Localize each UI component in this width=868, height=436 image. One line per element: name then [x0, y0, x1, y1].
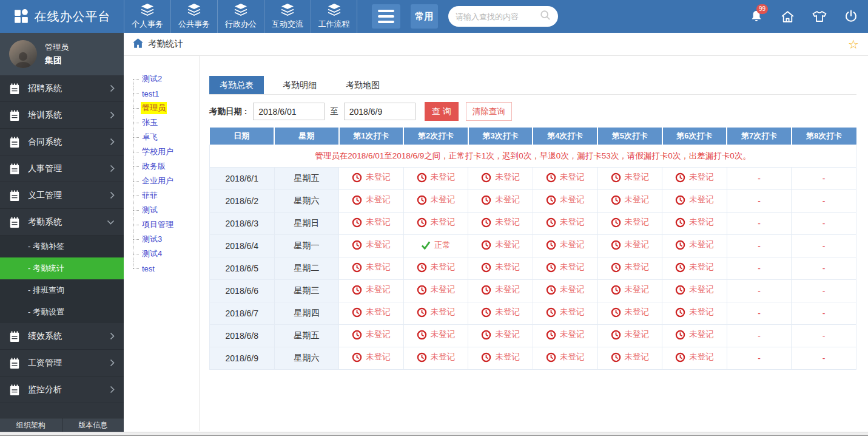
frequent-button[interactable]: 常用	[411, 4, 438, 29]
page-title: 考勤统计	[148, 38, 183, 50]
sidebar-subitem-3[interactable]: - 考勤设置	[0, 301, 124, 323]
punch-cell-dash: -	[792, 167, 856, 189]
chevron-right-icon	[110, 165, 115, 172]
nav-item-3[interactable]: 互动交流	[264, 0, 311, 33]
nav-item-2[interactable]: 行政办公	[217, 0, 264, 33]
punch-cell-absent: 未登记	[597, 234, 662, 257]
search-input[interactable]	[456, 12, 540, 21]
date-from-input[interactable]	[253, 103, 325, 120]
clock-icon	[611, 285, 621, 295]
sidebar-subitem-2[interactable]: - 排班查询	[0, 279, 124, 301]
clear-query-button[interactable]: 清除查询	[466, 102, 512, 121]
date-range-label: 考勤日期 :	[209, 106, 247, 117]
sidebar-item-2[interactable]: 合同系统	[0, 129, 124, 155]
attendance-table: 日期星期第1次打卡第2次打卡第3次打卡第4次打卡第5次打卡第6次打卡第7次打卡第…	[209, 128, 856, 370]
sidebar-item-6[interactable]: 绩效系统	[0, 323, 124, 350]
date-cell: 2018/6/4	[210, 234, 275, 257]
sidebar-subitem-0[interactable]: - 考勤补签	[0, 236, 124, 257]
favorite-star-icon[interactable]: ☆	[848, 38, 859, 50]
user-tree: 测试2test1管理员张玉卓飞学校用户政务版企业用户菲菲测试项目管理测试3测试4…	[131, 72, 200, 276]
sidebar-item-5[interactable]: 考勤系统	[0, 209, 124, 236]
app-title: 在线办公平台	[35, 9, 111, 25]
tree-item-10[interactable]: 项目管理	[131, 217, 200, 232]
sidebar-subitem-1[interactable]: - 考勤统计	[0, 257, 124, 279]
power-logout-icon[interactable]	[844, 9, 858, 24]
nav-item-4[interactable]: 工作流程	[311, 0, 357, 33]
nav-item-0[interactable]: 个人事务	[124, 0, 170, 33]
punch-cell-absent: 未登记	[597, 167, 662, 189]
table-header-cell: 第2次打卡	[403, 128, 468, 145]
version-info-button[interactable]: 版本信息	[62, 418, 124, 432]
search-icon[interactable]	[540, 10, 551, 23]
tree-item-13[interactable]: test	[131, 261, 200, 276]
clock-icon	[481, 217, 491, 228]
sidebar-item-8[interactable]: 监控分析	[0, 376, 124, 403]
sidebar-item-1[interactable]: 培训系统	[0, 102, 124, 129]
sidebar-item-4[interactable]: 义工管理	[0, 182, 124, 209]
tree-item-5[interactable]: 学校用户	[131, 145, 200, 159]
tree-item-0[interactable]: 测试2	[131, 72, 200, 86]
theme-tshirt-icon[interactable]	[812, 9, 827, 24]
tree-item-12[interactable]: 测试4	[131, 247, 200, 261]
tree-item-label: 卓飞	[141, 131, 159, 143]
sidebar-footer: 组织架构 版本信息	[0, 418, 124, 432]
clock-icon	[481, 285, 491, 295]
nav-item-1[interactable]: 公共事务	[170, 0, 217, 33]
punch-cell-absent: 未登记	[533, 212, 597, 234]
date-to-input[interactable]	[344, 103, 415, 120]
search-box	[448, 6, 558, 27]
date-cell: 2018/6/5	[210, 257, 275, 279]
tree-item-2[interactable]: 管理员	[131, 101, 200, 115]
attendance-panel: 考勤总表考勤明细考勤地图 考勤日期 : 至 查 询 清除查询 日期星期第1次打卡…	[200, 56, 868, 431]
table-header-cell: 第4次打卡	[533, 128, 597, 145]
sidebar-item-3[interactable]: 人事管理	[0, 155, 124, 182]
tree-item-7[interactable]: 企业用户	[131, 174, 200, 188]
tab-1[interactable]: 考勤明细	[272, 76, 327, 94]
menu-toggle-button[interactable]	[372, 4, 400, 29]
clock-icon	[417, 307, 427, 318]
clock-icon	[546, 195, 556, 205]
punch-cell-absent: 未登记	[597, 302, 662, 324]
sidebar-item-label: 合同系统	[28, 137, 102, 148]
notebook-icon	[9, 136, 20, 148]
tree-item-8[interactable]: 菲菲	[131, 188, 200, 203]
home-icon[interactable]	[780, 9, 795, 24]
punch-cell-absent: 未登记	[662, 279, 727, 302]
query-button[interactable]: 查 询	[425, 102, 459, 121]
tab-2[interactable]: 考勤地图	[335, 76, 390, 94]
clock-icon	[481, 307, 491, 318]
notifications-bell-icon[interactable]: 99	[749, 9, 764, 24]
sidebar-item-7[interactable]: 工资管理	[0, 350, 124, 376]
clock-icon	[611, 172, 621, 183]
tree-item-6[interactable]: 政务版	[131, 159, 200, 174]
user-card[interactable]: 管理员 集团	[0, 33, 124, 75]
date-cell: 2018/6/2	[210, 189, 275, 212]
weekday-cell: 星期六	[274, 347, 339, 369]
tree-item-9[interactable]: 测试	[131, 203, 200, 217]
punch-cell-absent: 未登记	[597, 324, 662, 347]
app-logo: 在线办公平台	[0, 0, 124, 33]
tab-0[interactable]: 考勤总表	[209, 76, 264, 94]
app-window: 在线办公平台 个人事务公共事务行政办公互动交流工作流程 常用 99	[0, 0, 868, 436]
sidebar-item-0[interactable]: 招聘系统	[0, 75, 124, 102]
clock-icon	[352, 172, 362, 183]
org-structure-button[interactable]: 组织架构	[0, 418, 62, 432]
clock-icon	[611, 330, 621, 340]
date-cell: 2018/6/8	[210, 324, 275, 347]
clock-icon	[675, 330, 685, 340]
clock-icon	[481, 195, 491, 205]
chevron-right-icon	[110, 84, 115, 92]
table-row: 2018/6/2星期六未登记未登记未登记未登记未登记未登记--	[210, 189, 856, 212]
tree-item-label: 学校用户	[141, 146, 175, 158]
clock-icon	[481, 240, 491, 250]
content: 测试2test1管理员张玉卓飞学校用户政务版企业用户菲菲测试项目管理测试3测试4…	[124, 56, 868, 431]
sidebar-item-label: 人事管理	[28, 163, 102, 174]
clock-icon	[546, 352, 556, 363]
punch-cell-absent: 未登记	[597, 257, 662, 279]
tree-item-3[interactable]: 张玉	[131, 115, 200, 130]
sidebar-item-label: 监控分析	[28, 384, 102, 395]
tree-item-11[interactable]: 测试3	[131, 232, 200, 247]
bottom-strip	[0, 432, 868, 436]
tree-item-1[interactable]: test1	[131, 86, 200, 101]
tree-item-4[interactable]: 卓飞	[131, 130, 200, 145]
